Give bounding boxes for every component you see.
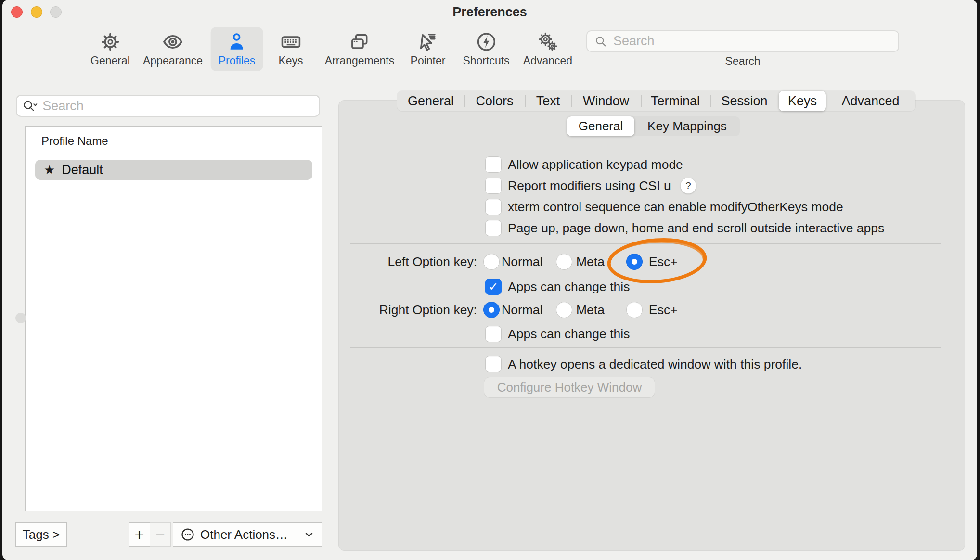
radio-label: Meta bbox=[576, 254, 605, 270]
star-icon: ★ bbox=[44, 163, 55, 178]
radio-left-meta[interactable] bbox=[556, 254, 572, 270]
radio-label: Normal bbox=[502, 302, 542, 318]
search-icon bbox=[594, 34, 607, 49]
subtab-key-mappings[interactable]: Key Mappings bbox=[634, 116, 740, 136]
tab-text[interactable]: Text bbox=[525, 91, 571, 111]
checkbox-page-scroll[interactable] bbox=[485, 220, 502, 236]
tab-colors[interactable]: Colors bbox=[464, 91, 525, 111]
toolbar-item-keys[interactable]: Keys bbox=[271, 27, 310, 71]
toolbar-label: Keys bbox=[278, 54, 303, 67]
titlebar: Preferences bbox=[2, 0, 977, 24]
row-keypad-mode: Allow application keypad mode bbox=[485, 156, 683, 173]
radio-label: Esc+ bbox=[649, 302, 678, 318]
toolbar-item-appearance[interactable]: Appearance bbox=[135, 27, 210, 71]
keys-subtab-bar: General Key Mappings bbox=[567, 116, 740, 136]
toolbar-search-label: Search bbox=[586, 55, 899, 68]
checkbox-right-apps-change[interactable] bbox=[485, 326, 502, 342]
person-icon bbox=[226, 31, 248, 53]
circled-ellipsis-icon bbox=[180, 527, 195, 542]
right-option-key-row: Right Option key: Normal Meta Esc+ bbox=[339, 302, 821, 318]
chevron-down-icon bbox=[303, 528, 315, 541]
gears-icon bbox=[537, 31, 559, 53]
checkbox-label: Report modifiers using CSI u bbox=[508, 178, 671, 193]
profile-row-default[interactable]: ★ Default bbox=[35, 160, 312, 180]
toolbar-search-field[interactable] bbox=[586, 30, 899, 52]
radio-right-normal[interactable] bbox=[483, 302, 500, 318]
add-profile-button[interactable]: + bbox=[129, 522, 150, 547]
toolbar-item-shortcuts[interactable]: Shortcuts bbox=[455, 27, 517, 71]
divider bbox=[26, 153, 322, 153]
divider bbox=[350, 347, 941, 348]
row-modifyotherkeys: xterm control sequence can enable modify… bbox=[485, 199, 843, 215]
toolbar-item-arrangements[interactable]: Arrangements bbox=[317, 27, 402, 71]
radio-left-esc[interactable] bbox=[626, 254, 643, 270]
radio-left-normal[interactable] bbox=[483, 254, 500, 270]
profile-list-panel: Profile Name ★ Default bbox=[25, 126, 322, 511]
row-hotkey-window: A hotkey opens a dedicated window with t… bbox=[485, 356, 802, 372]
checkbox-label: Apps can change this bbox=[508, 327, 630, 342]
row-left-apps-change: ✓ Apps can change this bbox=[485, 279, 630, 295]
other-actions-label: Other Actions… bbox=[200, 527, 288, 542]
tab-general[interactable]: General bbox=[397, 91, 464, 111]
checkbox-hotkey-window[interactable] bbox=[485, 356, 502, 372]
divider bbox=[350, 243, 941, 244]
configure-hotkey-window-button[interactable]: Configure Hotkey Window bbox=[484, 377, 655, 398]
toolbar-item-profiles[interactable]: Profiles bbox=[211, 27, 263, 71]
toolbar-item-general[interactable]: General bbox=[83, 27, 138, 71]
help-button[interactable]: ? bbox=[680, 178, 696, 194]
checkbox-label: Apps can change this bbox=[508, 280, 630, 294]
checkbox-left-apps-change[interactable]: ✓ bbox=[485, 279, 502, 295]
toolbar-label: Arrangements bbox=[325, 54, 394, 67]
left-option-key-row: Left Option key: Normal Meta Esc+ bbox=[339, 254, 821, 270]
checkbox-label: Allow application keypad mode bbox=[508, 157, 683, 172]
toolbar-search-input[interactable] bbox=[613, 34, 891, 49]
toolbar-item-advanced[interactable]: Advanced bbox=[516, 27, 580, 71]
profile-tab-bar: General Colors Text Window Terminal Sess… bbox=[397, 91, 915, 111]
cursor-icon bbox=[417, 31, 439, 53]
checkbox-keypad-mode[interactable] bbox=[485, 156, 502, 173]
toolbar-label: Shortcuts bbox=[463, 54, 509, 67]
checkbox-modifyotherkeys[interactable] bbox=[485, 199, 502, 215]
left-option-key-label: Left Option key: bbox=[333, 254, 477, 270]
toolbar-label: General bbox=[90, 54, 130, 67]
toolbar-item-pointer[interactable]: Pointer bbox=[403, 27, 453, 71]
checkbox-label: Page up, page down, home and end scroll … bbox=[508, 221, 884, 236]
tab-session[interactable]: Session bbox=[710, 91, 779, 111]
splitter-handle[interactable] bbox=[15, 313, 26, 323]
gear-icon bbox=[99, 31, 121, 53]
row-page-scroll: Page up, page down, home and end scroll … bbox=[485, 220, 884, 236]
row-right-apps-change: Apps can change this bbox=[485, 326, 630, 342]
tab-window[interactable]: Window bbox=[571, 91, 641, 111]
toolbar-label: Pointer bbox=[411, 54, 446, 67]
radio-label: Normal bbox=[502, 254, 542, 270]
remove-profile-button[interactable]: − bbox=[150, 522, 171, 547]
tags-button[interactable]: Tags > bbox=[15, 522, 67, 547]
profile-search-input[interactable] bbox=[42, 99, 314, 114]
toolbar-label: Profiles bbox=[219, 54, 256, 67]
tab-terminal[interactable]: Terminal bbox=[641, 91, 710, 111]
keyboard-icon bbox=[280, 31, 302, 53]
radio-label: Meta bbox=[576, 302, 605, 318]
tab-advanced[interactable]: Advanced bbox=[826, 91, 915, 111]
right-option-key-label: Right Option key: bbox=[333, 302, 477, 318]
bolt-icon bbox=[475, 31, 497, 53]
window-title: Preferences bbox=[2, 5, 977, 20]
checkbox-label: xterm control sequence can enable modify… bbox=[508, 200, 843, 215]
windows-icon bbox=[348, 31, 371, 53]
profile-list-header: Profile Name bbox=[41, 134, 108, 148]
radio-right-meta[interactable] bbox=[556, 302, 572, 318]
subtab-general[interactable]: General bbox=[567, 116, 634, 136]
radio-right-esc[interactable] bbox=[626, 302, 643, 318]
row-csi-u: Report modifiers using CSI u ? bbox=[485, 178, 696, 194]
profile-search-field[interactable] bbox=[16, 95, 320, 117]
radio-label: Esc+ bbox=[649, 254, 678, 270]
toolbar-label: Advanced bbox=[523, 54, 572, 67]
eye-icon bbox=[162, 31, 184, 53]
preferences-window: Preferences General Appearance Profiles bbox=[2, 0, 977, 560]
other-actions-dropdown[interactable]: Other Actions… bbox=[173, 522, 322, 547]
checkbox-label: A hotkey opens a dedicated window with t… bbox=[508, 357, 802, 372]
search-filter-icon bbox=[22, 98, 39, 114]
checkbox-csi-u[interactable] bbox=[485, 178, 502, 194]
profile-name: Default bbox=[62, 163, 103, 178]
tab-keys[interactable]: Keys bbox=[779, 91, 826, 111]
